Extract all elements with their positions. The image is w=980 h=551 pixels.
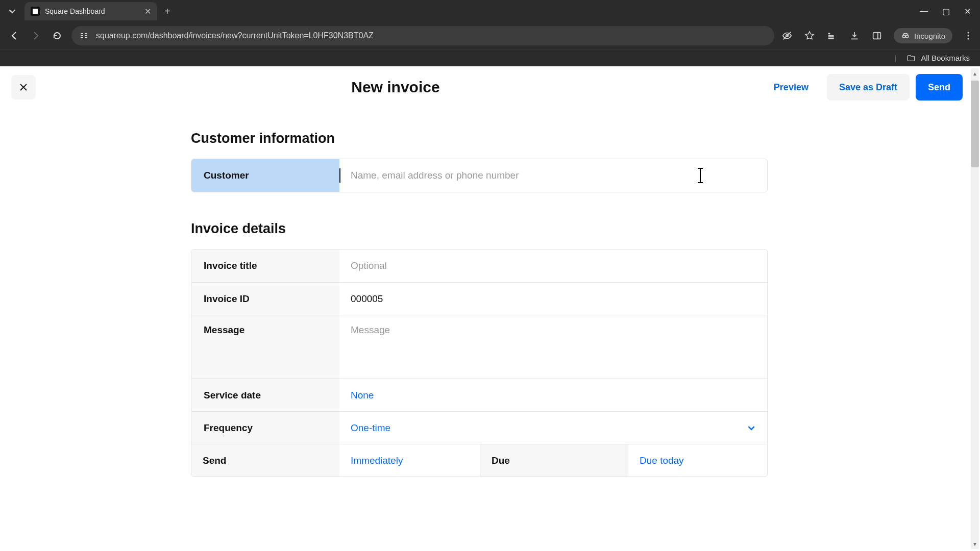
send-button[interactable]: Send — [916, 74, 963, 101]
star-icon[interactable] — [804, 30, 815, 41]
customer-info-table: Customer — [191, 159, 768, 192]
menu-icon[interactable] — [964, 31, 973, 40]
eye-off-icon[interactable] — [781, 30, 793, 41]
frequency-row: Frequency One-time — [191, 411, 767, 444]
form-container: Customer information Customer Invoice de… — [191, 131, 768, 477]
message-label: Message — [191, 315, 339, 379]
folder-icon — [906, 54, 916, 63]
send-due-row: Send Immediately Due Due today — [191, 444, 767, 477]
due-label: Due — [480, 444, 628, 477]
address-bar[interactable]: squareup.com/dashboard/invoices/new?curr… — [71, 26, 774, 45]
square-favicon — [31, 7, 40, 16]
browser-chrome: Square Dashboard ✕ + — ▢ ✕ squareup.com/… — [0, 0, 980, 66]
maximize-icon[interactable]: ▢ — [942, 7, 950, 16]
message-input[interactable] — [351, 324, 756, 369]
frequency-select[interactable]: One-time — [339, 412, 767, 444]
invoice-details-table: Invoice title Invoice ID Message Service… — [191, 249, 768, 477]
new-tab-button[interactable]: + — [164, 6, 170, 17]
chevron-down-icon — [9, 8, 16, 15]
svg-point-17 — [967, 38, 969, 39]
due-value[interactable]: Due today — [640, 455, 684, 466]
invoice-title-input[interactable] — [351, 260, 756, 271]
svg-rect-3 — [85, 33, 87, 34]
incognito-label: Incognito — [914, 32, 945, 40]
invoice-id-row: Invoice ID — [191, 282, 767, 315]
minimize-icon[interactable]: — — [920, 7, 928, 16]
app-header: New invoice Preview Save as Draft Send — [0, 66, 980, 108]
side-panel-icon[interactable] — [871, 30, 883, 41]
service-date-label: Service date — [191, 379, 339, 411]
media-control-icon[interactable] — [826, 30, 838, 41]
customer-row: Customer — [191, 159, 767, 192]
toolbar-right: Incognito — [781, 28, 973, 43]
close-window-icon[interactable]: ✕ — [964, 7, 971, 16]
back-button[interactable] — [7, 29, 21, 43]
reload-icon — [52, 31, 62, 41]
tab-search-dropdown[interactable] — [3, 2, 21, 20]
bookmarks-bar: | All Bookmarks — [0, 49, 980, 66]
window-controls: — ▢ ✕ — [920, 7, 980, 16]
invoice-title-label: Invoice title — [191, 249, 339, 282]
svg-rect-8 — [828, 33, 830, 35]
text-caret — [339, 168, 340, 183]
invoice-id-label: Invoice ID — [191, 283, 339, 315]
message-row: Message — [191, 315, 767, 379]
reload-button[interactable] — [50, 29, 64, 43]
svg-point-16 — [967, 35, 969, 36]
page-content: New invoice Preview Save as Draft Send C… — [0, 66, 980, 551]
scroll-down-icon[interactable]: ▼ — [971, 540, 979, 548]
forward-button[interactable] — [29, 29, 43, 43]
tab-title: Square Dashboard — [45, 7, 139, 15]
svg-point-13 — [902, 35, 905, 38]
all-bookmarks-link[interactable]: All Bookmarks — [921, 54, 970, 62]
close-icon — [18, 82, 29, 92]
svg-point-15 — [967, 32, 969, 33]
svg-rect-11 — [873, 33, 881, 39]
save-draft-button[interactable]: Save as Draft — [827, 74, 910, 101]
customer-info-heading: Customer information — [191, 131, 768, 146]
svg-rect-5 — [85, 37, 87, 38]
chevron-down-icon — [748, 424, 755, 432]
invoice-title-row: Invoice title — [191, 249, 767, 282]
frequency-value: One-time — [351, 422, 390, 434]
scrollbar-thumb[interactable] — [971, 81, 979, 167]
customer-input[interactable] — [351, 170, 756, 181]
send-value[interactable]: Immediately — [351, 455, 403, 466]
browser-toolbar: squareup.com/dashboard/invoices/new?curr… — [0, 22, 980, 49]
svg-rect-0 — [81, 33, 83, 34]
customer-value-cell — [339, 159, 767, 192]
close-button[interactable] — [11, 75, 36, 99]
bookmarks-divider: | — [894, 54, 896, 62]
svg-rect-4 — [85, 35, 87, 36]
arrow-right-icon — [31, 31, 41, 41]
url-text: squareup.com/dashboard/invoices/new?curr… — [96, 31, 374, 40]
svg-rect-9 — [828, 35, 834, 37]
incognito-icon — [901, 31, 910, 40]
arrow-left-icon — [9, 31, 19, 41]
invoice-id-input[interactable] — [351, 293, 756, 305]
download-icon[interactable] — [849, 30, 860, 41]
page-title: New invoice — [36, 79, 755, 96]
preview-button[interactable]: Preview — [762, 74, 821, 101]
browser-tab[interactable]: Square Dashboard ✕ — [24, 2, 157, 20]
incognito-badge[interactable]: Incognito — [894, 28, 952, 43]
scroll-up-icon[interactable]: ▲ — [971, 69, 979, 78]
tab-close-icon[interactable]: ✕ — [144, 7, 151, 16]
service-date-row: Service date None — [191, 379, 767, 411]
svg-rect-10 — [828, 38, 834, 39]
svg-rect-2 — [81, 37, 83, 38]
invoice-details-heading: Invoice details — [191, 221, 768, 237]
frequency-label: Frequency — [191, 412, 339, 444]
send-label: Send — [191, 444, 339, 477]
text-cursor-icon — [700, 169, 701, 182]
site-settings-icon[interactable] — [79, 31, 90, 40]
service-date-value[interactable]: None — [351, 390, 374, 401]
svg-rect-1 — [81, 35, 83, 36]
svg-point-14 — [905, 35, 908, 38]
tab-strip: Square Dashboard ✕ + — ▢ ✕ — [0, 0, 980, 22]
customer-label: Customer — [191, 159, 339, 192]
